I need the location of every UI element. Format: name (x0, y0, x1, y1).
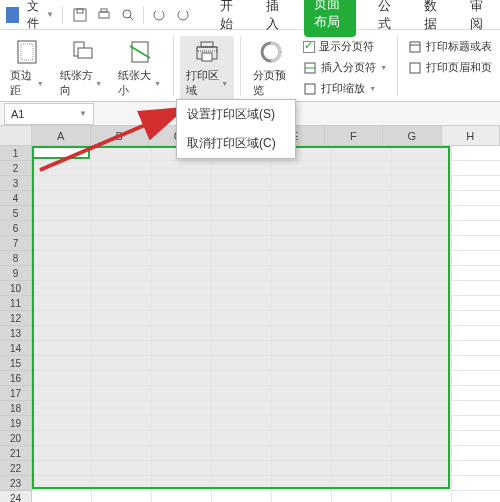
tab-insert[interactable]: 插入 (258, 0, 290, 37)
cell[interactable] (212, 401, 272, 416)
cell[interactable] (272, 281, 332, 296)
cell[interactable] (452, 446, 500, 461)
row-header[interactable]: 12 (0, 311, 32, 326)
row-header[interactable]: 17 (0, 386, 32, 401)
cell[interactable] (152, 251, 212, 266)
cell[interactable] (392, 296, 452, 311)
cell[interactable] (332, 326, 392, 341)
cell[interactable] (32, 386, 92, 401)
print-scale-button[interactable]: 打印缩放▼ (299, 80, 391, 97)
cell[interactable] (452, 386, 500, 401)
cell[interactable] (332, 146, 392, 161)
column-header[interactable]: H (442, 126, 501, 146)
cell[interactable] (152, 341, 212, 356)
cell[interactable] (452, 401, 500, 416)
row-header[interactable]: 10 (0, 281, 32, 296)
cell[interactable] (212, 176, 272, 191)
row-header[interactable]: 13 (0, 326, 32, 341)
cell[interactable] (452, 146, 500, 161)
cell[interactable] (32, 161, 92, 176)
cell[interactable] (272, 251, 332, 266)
cell[interactable] (32, 296, 92, 311)
cell[interactable] (92, 161, 152, 176)
cell[interactable] (452, 161, 500, 176)
row-header[interactable]: 21 (0, 446, 32, 461)
cell[interactable] (152, 476, 212, 491)
cell[interactable] (272, 311, 332, 326)
row-header[interactable]: 5 (0, 206, 32, 221)
cell[interactable] (212, 206, 272, 221)
cell[interactable] (392, 236, 452, 251)
cell[interactable] (332, 416, 392, 431)
cell[interactable] (452, 311, 500, 326)
cell[interactable] (452, 281, 500, 296)
cell[interactable] (212, 446, 272, 461)
cell[interactable] (152, 446, 212, 461)
print-headers-button[interactable]: 打印页眉和页 (404, 59, 496, 76)
cell[interactable] (332, 461, 392, 476)
cell[interactable] (332, 251, 392, 266)
cell[interactable] (272, 206, 332, 221)
cell[interactable] (332, 371, 392, 386)
cell[interactable] (452, 221, 500, 236)
cell[interactable] (332, 296, 392, 311)
cell[interactable] (272, 341, 332, 356)
cell[interactable] (392, 206, 452, 221)
cell[interactable] (272, 401, 332, 416)
cell[interactable] (32, 311, 92, 326)
cell[interactable] (32, 446, 92, 461)
cell[interactable] (392, 176, 452, 191)
cell[interactable] (392, 461, 452, 476)
cell[interactable] (212, 416, 272, 431)
cell[interactable] (92, 461, 152, 476)
cell[interactable] (92, 176, 152, 191)
cell[interactable] (212, 461, 272, 476)
cell[interactable] (32, 326, 92, 341)
cell[interactable] (32, 341, 92, 356)
row-header[interactable]: 4 (0, 191, 32, 206)
cell[interactable] (452, 266, 500, 281)
cell[interactable] (452, 371, 500, 386)
orientation-button[interactable]: 纸张方向▼ (54, 36, 109, 100)
cell[interactable] (392, 281, 452, 296)
cell[interactable] (392, 356, 452, 371)
row-header[interactable]: 23 (0, 476, 32, 491)
cell[interactable] (392, 491, 452, 502)
cell[interactable] (152, 326, 212, 341)
print-icon[interactable] (95, 6, 113, 24)
size-button[interactable]: 纸张大小▼ (112, 36, 167, 100)
cell[interactable] (392, 431, 452, 446)
insert-break-button[interactable]: 插入分页符▼ (299, 59, 391, 76)
row-header[interactable]: 15 (0, 356, 32, 371)
cell[interactable] (392, 401, 452, 416)
cell[interactable] (92, 236, 152, 251)
cell[interactable] (92, 251, 152, 266)
cell[interactable] (152, 191, 212, 206)
cell[interactable] (32, 491, 92, 502)
cell[interactable] (332, 431, 392, 446)
cell[interactable] (392, 161, 452, 176)
cell[interactable] (212, 221, 272, 236)
cell[interactable] (92, 326, 152, 341)
cell[interactable] (332, 401, 392, 416)
cell[interactable] (152, 266, 212, 281)
cell[interactable] (272, 161, 332, 176)
cell[interactable] (212, 266, 272, 281)
cell[interactable] (392, 371, 452, 386)
tab-data[interactable]: 数据 (416, 0, 448, 37)
cell[interactable] (92, 221, 152, 236)
cell[interactable] (332, 191, 392, 206)
cell[interactable] (332, 266, 392, 281)
cell[interactable] (212, 326, 272, 341)
row-header[interactable]: 22 (0, 461, 32, 476)
cell[interactable] (212, 281, 272, 296)
cell[interactable] (452, 461, 500, 476)
cell[interactable] (152, 491, 212, 502)
cell[interactable] (452, 296, 500, 311)
undo-icon[interactable] (150, 6, 168, 24)
cell[interactable] (92, 431, 152, 446)
tab-formula[interactable]: 公式 (370, 0, 402, 37)
cell[interactable] (92, 371, 152, 386)
row-header[interactable]: 11 (0, 296, 32, 311)
save-icon[interactable] (71, 6, 89, 24)
